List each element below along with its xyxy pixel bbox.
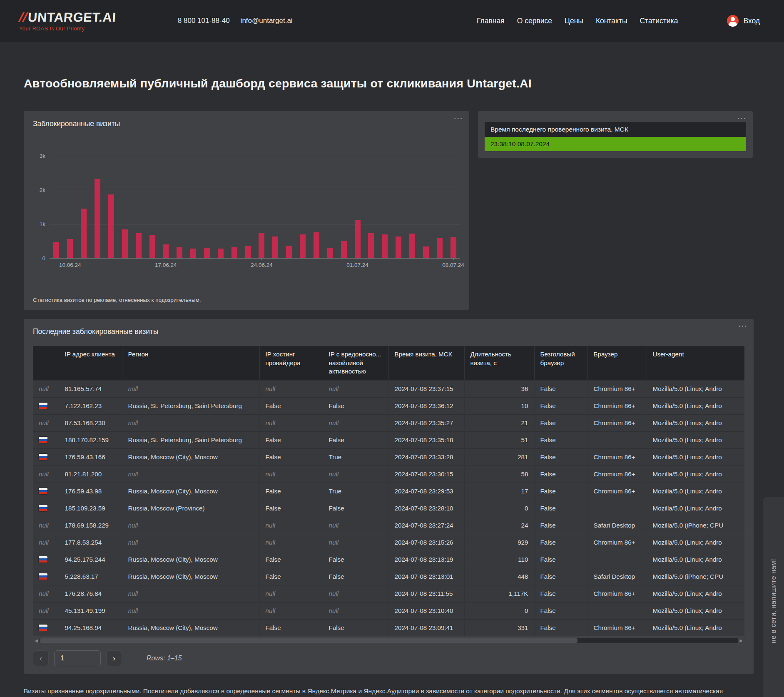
table-header-row: IP адрес клиентаРегионIP хостинг провайд… (33, 346, 744, 380)
scroll-left-icon[interactable]: ◀ (33, 638, 40, 643)
cell-ip: 45.131.49.199 (59, 602, 122, 619)
table-row: 185.109.23.59Russia, Moscow (Province)Fa… (33, 500, 744, 517)
cell-headless: False (534, 534, 587, 551)
cell-flag (33, 483, 59, 500)
cell-flag: null (33, 414, 59, 431)
chart-bar (67, 239, 73, 258)
cell-headless: False (534, 483, 587, 500)
page-number-input[interactable] (54, 650, 101, 666)
cell-ua: Mozilla/5.0 (Linux; Andro (647, 483, 744, 500)
column-header-malicious: IP с вредоносно... назойливой активность… (323, 346, 388, 380)
table-horizontal-scrollbar: ◀ ▶ (33, 637, 744, 644)
column-header-duration: Длительность визита, с (464, 346, 534, 380)
card-menu-icon[interactable]: ⋯ (737, 112, 747, 125)
cell-time: 2024-07-08 23:36:12 (388, 397, 464, 414)
cell-flag (33, 568, 59, 585)
chart-bar (368, 233, 374, 258)
null-value: null (39, 539, 49, 546)
cell-region: Russia, Moscow (City), Moscow (122, 483, 259, 500)
cell-time: 2024-07-08 23:15:26 (388, 534, 464, 551)
cell-duration: 21 (464, 414, 534, 431)
cell-malicious: null (323, 380, 388, 397)
cell-region: null (122, 534, 259, 551)
card-menu-icon[interactable]: ⋯ (453, 112, 463, 125)
cell-ip: 188.170.82.159 (59, 431, 122, 448)
scroll-right-icon[interactable]: ▶ (738, 638, 744, 643)
nav-item-3[interactable]: Цены (565, 17, 583, 25)
cell-ua: Mozilla/5.0 (iPhone; CPU (647, 568, 744, 585)
cell-duration: 0 (464, 500, 534, 517)
card-menu-icon[interactable]: ⋯ (738, 320, 748, 333)
null-value: null (128, 522, 138, 529)
cell-region: Russia, St. Petersburg, Saint Petersburg (122, 431, 259, 448)
cell-hosting: False (259, 448, 323, 465)
chat-widget-tab[interactable]: не в сети, напишите нам! (763, 497, 784, 697)
x-tick-label: 24.06.24 (251, 262, 273, 268)
null-value: null (128, 470, 138, 478)
pagination: ‹ › Rows: 1–15 (33, 650, 744, 666)
scrollbar-track[interactable] (40, 638, 738, 643)
chart-y-axis: 3k2k1k0 (33, 156, 50, 258)
null-value: null (39, 590, 49, 597)
next-page-button[interactable]: › (106, 650, 122, 666)
russia-flag-icon (39, 505, 47, 511)
cell-flag: null (33, 534, 59, 551)
cell-duration: 1,117K (464, 585, 534, 602)
cell-malicious: False (323, 397, 388, 414)
cell-flag (33, 431, 59, 448)
cell-duration: 51 (464, 431, 534, 448)
null-value: null (266, 419, 276, 426)
chat-tab-label: не в сети, напишите нам! (769, 559, 777, 643)
column-header-headless: Безголовый браузер (534, 346, 587, 380)
cell-malicious: null (323, 602, 388, 619)
chart-bar (108, 194, 114, 258)
chart-bar (218, 249, 224, 258)
null-value: null (266, 590, 276, 597)
cell-time: 2024-07-08 23:35:18 (388, 431, 464, 448)
chart-bar (314, 232, 319, 258)
blocked-visits-table-card: ⋯ Последние заблокированные визиты IP ад… (24, 319, 754, 674)
null-value: null (329, 607, 339, 614)
cell-malicious: True (323, 483, 388, 500)
null-value: null (266, 522, 276, 529)
cell-browser (587, 551, 647, 568)
table-row: null87.53.168.230nullnullnull2024-07-08 … (33, 414, 744, 431)
cell-ip: 81.165.57.74 (59, 380, 122, 397)
cell-region: Russia, Moscow (Province) (122, 500, 259, 517)
null-value: null (39, 385, 49, 392)
gridline (50, 190, 460, 190)
phone-number: 8 800 101-88-40 (178, 17, 230, 25)
scrollbar-thumb[interactable] (40, 638, 577, 643)
cell-duration: 331 (464, 619, 534, 636)
null-value: null (329, 419, 339, 426)
column-header-browser: Браузер (587, 346, 647, 380)
cell-headless: False (534, 397, 587, 414)
cell-time: 2024-07-08 23:13:01 (388, 568, 464, 585)
cell-region: null (122, 585, 259, 602)
cell-region: Russia, Moscow (City), Moscow (122, 619, 259, 636)
nav-item-4[interactable]: Контакты (596, 17, 627, 25)
table-body: null81.165.57.74nullnullnull2024-07-08 2… (33, 380, 744, 636)
y-tick-label: 1k (40, 221, 45, 227)
chart-bar (450, 237, 456, 258)
cell-ua: Mozilla/5.0 (Linux; Andro (647, 602, 744, 619)
login-button[interactable]: Вход (727, 15, 760, 27)
cell-browser: Chromium 86+ (587, 534, 647, 551)
logo[interactable]: // UNTARGET.AI Your ROAS Is Our Priority (19, 11, 116, 31)
nav-item-1[interactable]: Главная (477, 17, 505, 25)
chart-bar (95, 179, 100, 258)
nav-item-2[interactable]: О сервисе (517, 17, 552, 25)
table-title: Последние заблокированные визиты (33, 327, 744, 336)
logo-name: UNTARGET.AI (27, 11, 117, 24)
email-link[interactable]: info@untarget.ai (241, 17, 293, 25)
cell-browser: Chromium 86+ (587, 414, 647, 431)
null-value: null (266, 607, 276, 614)
top-cards-row: ⋯ Заблокированные визиты 3k2k1k0 10.06.2… (24, 111, 760, 310)
nav-item-5[interactable]: Статистика (640, 17, 678, 25)
prev-page-button[interactable]: ‹ (33, 650, 49, 666)
cell-ua: Mozilla/5.0 (Linux; Andro (647, 414, 744, 431)
blocked-visits-card: ⋯ Заблокированные визиты 3k2k1k0 10.06.2… (24, 111, 469, 310)
cell-hosting: null (259, 602, 323, 619)
cell-ua: Mozilla/5.0 (Linux; Andro (647, 551, 744, 568)
cell-hosting: False (259, 397, 323, 414)
